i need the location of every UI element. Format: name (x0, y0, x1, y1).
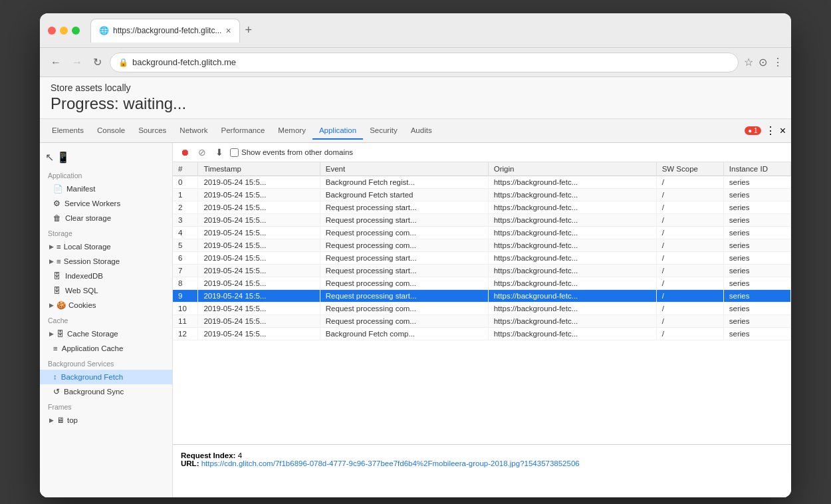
sidebar-item-local-storage[interactable]: ▶ ≡ Local Storage (40, 239, 172, 254)
tab-favicon: 🌐 (99, 26, 109, 35)
devtools-body: ↖ 📱 Application 📄 Manifest ⚙ Service Wor… (40, 143, 791, 497)
sidebar-item-clear-storage[interactable]: 🗑 Clear storage (40, 211, 172, 225)
table-row[interactable]: 122019-05-24 15:5...Background Fetch com… (173, 328, 791, 340)
top-frame-icon: 🖥 (57, 416, 64, 424)
sidebar-item-application-cache[interactable]: ≡ Application Cache (40, 341, 172, 356)
table-row[interactable]: 22019-05-24 15:5...Request processing st… (173, 201, 791, 214)
table-row[interactable]: 32019-05-24 15:5...Request processing st… (173, 214, 791, 227)
url-bar[interactable]: 🔒 background-fetch.glitch.me (110, 53, 739, 72)
sidebar-label-local-storage: Local Storage (64, 243, 111, 251)
sidebar-label-clear-storage: Clear storage (65, 214, 111, 222)
sidebar-label-service-workers: Service Workers (64, 199, 120, 207)
address-bar: ← → ↻ 🔒 background-fetch.glitch.me ☆ ⊙ ⋮ (40, 48, 791, 77)
sidebar-section-frames: Frames (40, 399, 172, 413)
sidebar-item-cache-storage[interactable]: ▶ 🗄 Cache Storage (40, 326, 172, 341)
background-fetch-icon: ↕ (53, 373, 57, 381)
sidebar-item-cookies[interactable]: ▶ 🍪 Cookies (40, 298, 172, 313)
account-icon[interactable]: ⊙ (759, 56, 767, 68)
request-index-value: 4 (238, 451, 242, 459)
sidebar-label-top-frame: top (67, 416, 78, 424)
page-content: Store assets locally Progress: waiting..… (40, 77, 791, 497)
tab-sources[interactable]: Sources (132, 122, 173, 140)
col-header-sw-scope: SW Scope (656, 162, 723, 176)
sidebar-item-background-sync[interactable]: ↺ Background Sync (40, 384, 172, 399)
table-row[interactable]: 52019-05-24 15:5...Request processing co… (173, 239, 791, 252)
bookmark-icon[interactable]: ☆ (744, 56, 753, 68)
store-label: Store assets locally (51, 82, 780, 93)
devtools-sidebar: ↖ 📱 Application 📄 Manifest ⚙ Service Wor… (40, 143, 173, 497)
devtools-close-icon[interactable]: × (780, 125, 786, 137)
chevron-icon: ▶ (49, 330, 54, 337)
cache-storage-icon: 🗄 (57, 330, 64, 338)
table-row[interactable]: 72019-05-24 15:5...Request processing st… (173, 265, 791, 277)
tab-performance[interactable]: Performance (215, 122, 272, 140)
tab-elements[interactable]: Elements (45, 122, 90, 140)
sidebar-item-session-storage[interactable]: ▶ ≡ Session Storage (40, 254, 172, 269)
table-row[interactable]: 12019-05-24 15:5...Background Fetch star… (173, 189, 791, 201)
tab-console[interactable]: Console (90, 122, 132, 140)
table-row[interactable]: 112019-05-24 15:5...Request processing c… (173, 315, 791, 328)
sidebar-label-cache-storage: Cache Storage (67, 330, 118, 338)
table-row[interactable]: 82019-05-24 15:5...Request processing co… (173, 277, 791, 290)
forward-button[interactable]: → (69, 54, 85, 71)
sidebar-section-application: Application (40, 168, 172, 182)
download-button[interactable]: ⬇ (213, 146, 226, 159)
table-row[interactable]: 92019-05-24 15:5...Request processing st… (173, 290, 791, 303)
sidebar-label-background-sync: Background Sync (64, 388, 124, 396)
tab-network[interactable]: Network (173, 122, 214, 140)
more-options-icon[interactable]: ⋮ (765, 124, 776, 137)
table-row[interactable]: 02019-05-24 15:5...Background Fetch regi… (173, 176, 791, 189)
events-table-container: # Timestamp Event Origin SW Scope Instan… (173, 162, 791, 444)
show-events-label[interactable]: Show events from other domains (230, 148, 353, 157)
sidebar-label-session-storage: Session Storage (64, 257, 120, 265)
record-button[interactable]: ⏺ (178, 146, 191, 159)
close-traffic-light[interactable] (48, 27, 56, 35)
chevron-icon: ▶ (49, 417, 54, 424)
tab-application[interactable]: Application (312, 122, 363, 140)
col-header-num: # (173, 162, 198, 176)
tab-audits[interactable]: Audits (404, 122, 439, 140)
sidebar-item-service-workers[interactable]: ⚙ Service Workers (40, 196, 172, 211)
table-row[interactable]: 42019-05-24 15:5...Request processing co… (173, 227, 791, 239)
device-toggle-icon[interactable]: 📱 (57, 151, 70, 164)
back-button[interactable]: ← (48, 54, 64, 71)
inspect-icon[interactable]: ↖ (45, 151, 54, 164)
sidebar-item-manifest[interactable]: 📄 Manifest (40, 182, 172, 196)
main-panel: ⏺ ⊘ ⬇ Show events from other domains (173, 143, 791, 497)
table-header-row: # Timestamp Event Origin SW Scope Instan… (173, 162, 791, 176)
sidebar-item-background-fetch[interactable]: ↕ Background Fetch (40, 370, 172, 384)
background-sync-icon: ↺ (53, 387, 60, 396)
web-sql-icon: 🗄 (53, 287, 61, 295)
tab-memory[interactable]: Memory (271, 122, 312, 140)
tab-close-button[interactable]: × (225, 25, 231, 36)
url-text: background-fetch.glitch.me (132, 57, 236, 67)
stop-button[interactable]: ⊘ (195, 146, 209, 159)
sidebar-label-background-fetch: Background Fetch (61, 373, 123, 381)
sidebar-label-application-cache: Application Cache (62, 344, 124, 352)
browser-tab[interactable]: 🌐 https://background-fetch.glitc... × (90, 19, 240, 43)
col-header-origin: Origin (488, 162, 656, 176)
service-workers-icon: ⚙ (53, 199, 60, 208)
sidebar-item-top-frame[interactable]: ▶ 🖥 top (40, 413, 172, 428)
menu-icon[interactable]: ⋮ (772, 56, 783, 68)
tab-bar: 🌐 https://background-fetch.glitc... × + (90, 19, 783, 43)
events-table-body: 02019-05-24 15:5...Background Fetch regi… (173, 176, 791, 340)
manifest-icon: 📄 (53, 184, 62, 193)
maximize-traffic-light[interactable] (72, 27, 80, 35)
clear-storage-icon: 🗑 (53, 214, 61, 222)
table-row[interactable]: 102019-05-24 15:5...Request processing c… (173, 303, 791, 315)
application-cache-icon: ≡ (53, 344, 58, 352)
minimize-traffic-light[interactable] (60, 27, 68, 35)
tab-security[interactable]: Security (363, 122, 404, 140)
show-events-checkbox[interactable] (230, 148, 239, 157)
sidebar-item-web-sql[interactable]: 🗄 Web SQL (40, 283, 172, 298)
browser-window: 🌐 https://background-fetch.glitc... × + … (40, 13, 791, 497)
sidebar-label-indexeddb: IndexedDB (65, 272, 103, 280)
reload-button[interactable]: ↻ (90, 53, 104, 71)
sidebar-item-indexeddb[interactable]: 🗄 IndexedDB (40, 269, 172, 283)
chevron-icon: ▶ (49, 243, 54, 250)
table-row[interactable]: 62019-05-24 15:5...Request processing st… (173, 252, 791, 265)
chevron-icon: ▶ (49, 258, 54, 265)
sidebar-label-cookies: Cookies (68, 301, 96, 309)
new-tab-button[interactable]: + (240, 21, 258, 40)
